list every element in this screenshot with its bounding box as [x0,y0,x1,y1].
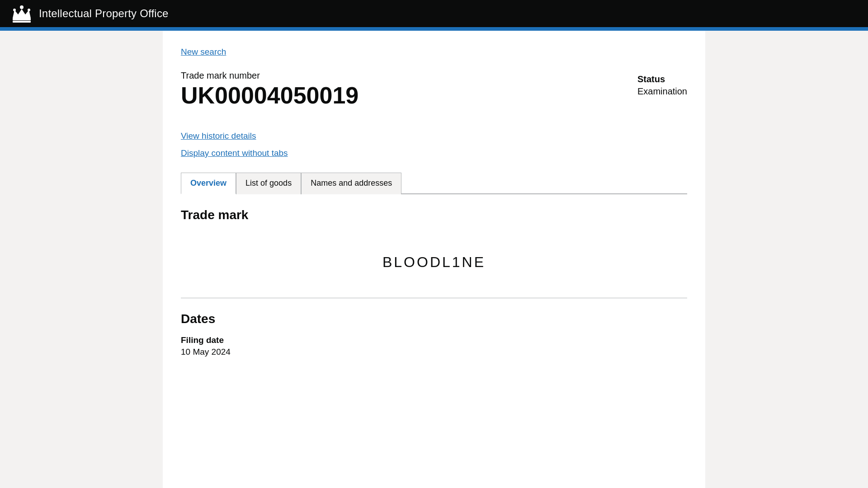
logo-container: Intellectual Property Office [11,3,169,24]
crown-icon [11,3,33,24]
tab-names-and-addresses[interactable]: Names and addresses [301,173,401,194]
status-section: Status Examination [637,74,687,97]
svg-point-0 [20,5,24,9]
site-header: Intellectual Property Office [0,0,868,27]
header-title: Intellectual Property Office [39,7,169,20]
status-label: Status [637,74,687,84]
trademark-number: UK00004050019 [181,83,547,108]
view-historic-link[interactable]: View historic details [181,131,256,141]
blue-bar [0,27,868,31]
svg-rect-4 [13,18,31,20]
tab-overview[interactable]: Overview [181,173,236,194]
trademark-left: Trade mark number UK00004050019 [181,70,547,117]
trademark-number-label: Trade mark number [181,70,547,81]
display-content-link[interactable]: Display content without tabs [181,148,288,158]
section-divider [181,298,687,298]
tabs-container: Overview List of goods Names and address… [181,172,687,194]
status-value: Examination [637,86,687,97]
filing-date-label: Filing date [181,335,687,345]
dates-section-title: Dates [181,312,687,326]
trade-mark-section-title: Trade mark [181,208,687,222]
main-content: New search Trade mark number UK000040500… [163,31,705,488]
new-search-link[interactable]: New search [181,47,226,57]
dates-section: Dates Filing date 10 May 2024 [181,312,687,357]
svg-rect-5 [13,21,31,23]
trademark-header-section: Trade mark number UK00004050019 Status E… [181,70,687,117]
tab-list-of-goods[interactable]: List of goods [236,173,301,194]
filing-date-value: 10 May 2024 [181,347,687,357]
trademark-display-value: BLOODL1NE [181,236,687,289]
